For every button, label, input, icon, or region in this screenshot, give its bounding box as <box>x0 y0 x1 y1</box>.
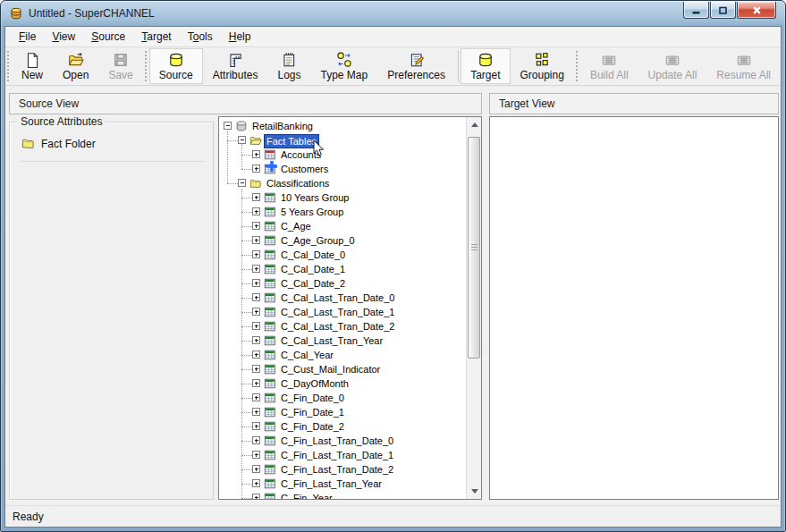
tree-item-label[interactable]: C_Cal_Last_Tran_Date_2 <box>278 320 397 333</box>
tree-item-label[interactable]: Fact Tables <box>264 134 319 148</box>
target-view-panel[interactable] <box>489 116 779 500</box>
expand-toggle[interactable] <box>252 265 260 273</box>
expand-toggle[interactable] <box>252 250 260 258</box>
minimize-button[interactable] <box>683 2 709 19</box>
tree-item[interactable]: C_Fin_Last_Tran_Date_2 <box>220 462 465 477</box>
scroll-up-button[interactable] <box>467 117 482 132</box>
typemap-button[interactable]: Type Map <box>311 48 378 84</box>
tree-item[interactable]: C_Cal_Date_1 <box>220 262 465 276</box>
expand-toggle[interactable] <box>252 293 260 301</box>
tree-item-label[interactable]: C_Fin_Date_2 <box>278 420 347 433</box>
menu-tools[interactable]: Tools <box>180 28 221 46</box>
tree-item-label[interactable]: Customers <box>278 163 331 175</box>
logs-button[interactable]: Logs <box>267 48 310 84</box>
tree-item-label[interactable]: C_Age <box>278 220 314 232</box>
expand-toggle[interactable] <box>252 207 260 215</box>
expand-toggle[interactable] <box>238 179 246 187</box>
tree-item[interactable]: C_Cust_Mail_Indicator <box>220 362 465 376</box>
expand-toggle[interactable] <box>252 436 260 444</box>
menu-view[interactable]: View <box>44 28 83 46</box>
close-button[interactable] <box>737 2 776 19</box>
expand-toggle[interactable] <box>252 393 260 401</box>
menu-help[interactable]: Help <box>221 28 259 46</box>
tree-item[interactable]: C_Fin_Last_Tran_Year <box>220 477 465 491</box>
tree-item[interactable]: C_Age_Group_0 <box>220 233 465 248</box>
expand-toggle[interactable] <box>252 365 260 373</box>
tree-item-label[interactable]: RetailBanking <box>249 120 316 132</box>
scrollbar-thumb[interactable] <box>468 137 480 359</box>
tree-item[interactable]: Fact Tables <box>220 133 465 148</box>
expand-toggle[interactable] <box>252 451 260 459</box>
menu-file[interactable]: File <box>11 28 44 46</box>
tree-item-label[interactable]: C_Cal_Last_Tran_Year <box>278 334 385 347</box>
tree-item-label[interactable]: C_Fin_Year <box>278 492 335 499</box>
expand-toggle[interactable] <box>252 408 260 416</box>
tree-item[interactable]: C_Cal_Date_2 <box>220 276 465 291</box>
expand-toggle[interactable] <box>252 350 260 359</box>
tree-item[interactable]: C_Fin_Last_Tran_Date_0 <box>220 434 465 448</box>
attributes-button[interactable]: Attributes <box>203 48 268 84</box>
tree-item-label[interactable]: C_Fin_Date_1 <box>278 406 347 418</box>
expand-toggle[interactable] <box>252 165 260 173</box>
tree-item-label[interactable]: C_Cal_Year <box>278 349 336 361</box>
tree-item-label[interactable]: C_Fin_Last_Tran_Date_0 <box>278 435 396 447</box>
expand-toggle[interactable] <box>252 422 260 430</box>
tree-item-label[interactable]: C_Fin_Last_Tran_Date_1 <box>278 449 396 461</box>
tree-item[interactable]: C_Cal_Last_Tran_Date_0 <box>220 291 465 305</box>
expand-toggle[interactable] <box>252 193 260 201</box>
tree-item[interactable]: 10 Years Group <box>220 190 465 205</box>
tree-item[interactable]: C_Cal_Year <box>220 348 465 362</box>
expand-toggle[interactable] <box>252 465 260 473</box>
tree-item-label[interactable]: C_Fin_Last_Tran_Year <box>278 477 385 490</box>
expand-toggle[interactable] <box>252 279 260 287</box>
tree-item[interactable]: C_Cal_Date_0 <box>220 248 465 262</box>
expand-toggle[interactable] <box>252 322 260 330</box>
menu-source[interactable]: Source <box>83 28 133 46</box>
fact-folder-item[interactable]: Fact Folder <box>21 137 213 150</box>
tree-item[interactable]: Accounts <box>220 148 465 162</box>
tree-item-label[interactable]: C_Cal_Last_Tran_Date_1 <box>278 306 397 318</box>
tree-item-label[interactable]: C_Cal_Date_0 <box>278 249 348 261</box>
toolbar-grip[interactable] <box>7 51 10 81</box>
expand-toggle[interactable] <box>252 236 260 244</box>
tree-item[interactable]: RetailBanking <box>220 119 465 133</box>
source-button[interactable]: Source <box>149 48 203 84</box>
toolbar-grip[interactable] <box>576 51 579 81</box>
tree-item-label[interactable]: C_Age_Group_0 <box>278 234 358 247</box>
toolbar-grip[interactable] <box>145 51 148 81</box>
tree-item-label[interactable]: Classifications <box>264 177 332 190</box>
expand-toggle[interactable] <box>252 150 260 158</box>
tree-item-label[interactable]: 5 Years Group <box>278 206 346 218</box>
tree-item[interactable]: Classifications <box>220 176 465 190</box>
expand-toggle[interactable] <box>238 136 246 144</box>
new-button[interactable]: New <box>12 48 53 84</box>
expand-toggle[interactable] <box>252 336 260 344</box>
tree-item[interactable]: C_Fin_Date_2 <box>220 419 465 434</box>
tree-item-label[interactable]: C_Fin_Date_0 <box>278 392 347 404</box>
maximize-button[interactable] <box>710 2 736 19</box>
tree-item-label[interactable]: C_Cal_Date_2 <box>278 277 348 290</box>
tree-item[interactable]: C_Fin_Year <box>220 491 465 499</box>
expand-toggle[interactable] <box>252 379 260 387</box>
tree-item-label[interactable]: C_Cust_Mail_Indicator <box>278 363 383 376</box>
tree-item[interactable]: C_Age <box>220 219 465 233</box>
tree-item[interactable]: C_Cal_Last_Tran_Date_1 <box>220 305 465 319</box>
tree-item-label[interactable]: C_Fin_Last_Tran_Date_2 <box>278 463 396 476</box>
scroll-down-button[interactable] <box>467 484 482 499</box>
tree-item-label[interactable]: C_DayOfMonth <box>278 377 351 390</box>
expand-toggle[interactable] <box>252 308 260 316</box>
grouping-button[interactable]: Grouping <box>511 48 574 84</box>
menu-target[interactable]: Target <box>133 28 179 46</box>
tree-item[interactable]: C_DayOfMonth <box>220 376 465 391</box>
expand-toggle[interactable] <box>252 222 260 230</box>
tree-item[interactable]: C_Fin_Date_0 <box>220 391 465 405</box>
preferences-button[interactable]: Preferences <box>377 48 455 84</box>
target-button[interactable]: Target <box>461 48 510 84</box>
tree-item[interactable]: Customers <box>220 162 465 176</box>
tree-item-label[interactable]: C_Cal_Last_Tran_Date_0 <box>278 291 397 304</box>
tree-item[interactable]: C_Fin_Date_1 <box>220 405 465 419</box>
tree-item-label[interactable]: 10 Years Group <box>278 191 351 204</box>
expand-toggle[interactable] <box>252 494 260 499</box>
tree-item[interactable]: C_Fin_Last_Tran_Date_1 <box>220 448 465 462</box>
expand-toggle[interactable] <box>252 479 260 487</box>
